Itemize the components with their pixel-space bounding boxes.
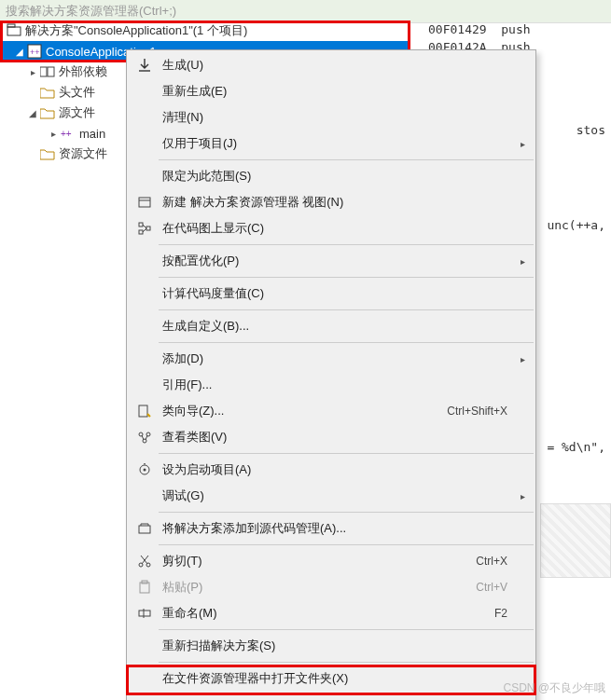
menu-separator [159, 309, 534, 310]
menu-separator [159, 544, 534, 545]
menu-label: 查看类图(V) [157, 429, 515, 446]
menu-shortcut: Ctrl+V [476, 581, 515, 594]
menu-open-folder[interactable]: 在文件资源管理器中打开文件夹(X) [127, 666, 535, 692]
menu-separator [159, 694, 534, 695]
watermark: CSDN @不良少年哦 [503, 680, 605, 696]
menu-metrics[interactable]: 计算代码度量值(C) [127, 281, 535, 307]
cpp-file-icon: ++ [60, 126, 76, 141]
menu-shortcut: F2 [494, 607, 515, 620]
menu-add[interactable]: 添加(D) ▸ [127, 346, 535, 372]
svg-rect-18 [139, 526, 150, 533]
expand-arrow-icon[interactable]: ◢ [26, 108, 39, 118]
startup-icon [132, 462, 157, 477]
tree-label: 源文件 [59, 104, 95, 121]
menu-rename[interactable]: 重命名(M) F2 [127, 600, 535, 626]
svg-text:++: ++ [30, 48, 40, 57]
tree-label: 资源文件 [59, 145, 107, 162]
menu-label: 清理(N) [157, 109, 515, 126]
menu-label: 将解决方案添加到源代码管理(A)... [157, 520, 515, 537]
submenu-arrow-icon: ▸ [515, 491, 530, 501]
menu-label: 重新扫描解决方案(S) [157, 638, 515, 654]
menu-separator [159, 453, 534, 454]
menu-label: 计算代码度量值(C) [157, 285, 515, 302]
menu-separator [159, 512, 534, 513]
menu-build[interactable]: 生成(U) [127, 52, 535, 78]
menu-label: 仅用于项目(J) [157, 135, 515, 152]
menu-shortcut: Ctrl+Shift+X [447, 405, 515, 418]
svg-rect-5 [48, 67, 54, 76]
menu-references[interactable]: 引用(F)... [127, 372, 535, 398]
menu-project-only[interactable]: 仅用于项目(J) ▸ [127, 130, 535, 157]
menu-class-wizard[interactable]: 类向导(Z)... Ctrl+Shift+X [127, 398, 535, 424]
svg-rect-9 [139, 223, 143, 226]
menu-startup[interactable]: 设为启动项目(A) [127, 457, 535, 483]
folder-icon [39, 146, 56, 161]
folder-icon [39, 85, 56, 100]
menu-label: 引用(F)... [157, 377, 515, 393]
menu-separator [159, 277, 534, 278]
menu-separator [159, 629, 534, 630]
menu-scope[interactable]: 限定为此范围(S) [127, 163, 535, 189]
svg-rect-11 [146, 226, 150, 230]
new-view-icon [132, 195, 157, 210]
menu-label: 添加(D) [157, 350, 515, 367]
class-wizard-icon [132, 404, 157, 419]
svg-text:++: ++ [61, 129, 72, 139]
code-map-icon [132, 221, 157, 236]
menu-label: 调试(G) [157, 487, 515, 504]
menu-separator [159, 662, 534, 663]
menu-cut[interactable]: 剪切(T) Ctrl+X [127, 548, 535, 574]
cut-icon [132, 554, 157, 569]
menu-shortcut: Ctrl+X [476, 555, 515, 568]
menu-label: 生成(U) [157, 57, 515, 74]
menu-label: 在文件资源管理器中打开文件夹(X) [157, 670, 515, 687]
menu-label: 粘贴(P) [157, 579, 476, 596]
svg-rect-23 [139, 611, 150, 616]
code-fragment: stos [576, 123, 605, 137]
menu-code-map[interactable]: 在代码图上显示(C) [127, 215, 535, 241]
menu-build-custom[interactable]: 生成自定义(B)... [127, 313, 535, 339]
menu-label: 限定为此范围(S) [157, 168, 515, 185]
submenu-arrow-icon: ▸ [515, 139, 530, 149]
menu-rebuild[interactable]: 重新生成(E) [127, 78, 535, 104]
menu-separator [159, 159, 534, 160]
menu-debug[interactable]: 调试(G) ▸ [127, 483, 535, 509]
menu-label: 新建 解决方案资源管理器 视图(N) [157, 194, 515, 211]
svg-rect-21 [140, 583, 149, 593]
tree-solution-node[interactable]: 解决方案"ConsoleApplication1"(1 个项目) [0, 21, 410, 41]
menu-label: 重命名(M) [157, 605, 494, 622]
menu-label: 设为启动项目(A) [157, 461, 515, 478]
submenu-arrow-icon: ▸ [515, 256, 530, 267]
cpp-project-icon: ++ [26, 44, 43, 59]
tree-label: 外部依赖 [59, 63, 107, 80]
svg-rect-1 [7, 24, 15, 27]
code-fragment: unc(++a, [547, 218, 605, 232]
solution-icon [6, 23, 22, 38]
menu-label: 类向导(Z)... [157, 403, 447, 419]
menu-class-view[interactable]: 查看类图(V) [127, 424, 535, 450]
submenu-arrow-icon: ▸ [515, 354, 530, 364]
expand-arrow-icon[interactable]: ▸ [26, 67, 39, 77]
menu-profile[interactable]: 按配置优化(P) ▸ [127, 248, 535, 274]
svg-rect-12 [139, 405, 147, 417]
paste-icon [132, 580, 157, 595]
build-icon [132, 58, 157, 73]
svg-rect-10 [139, 230, 143, 234]
menu-label: 生成自定义(B)... [157, 318, 515, 335]
expand-arrow-icon[interactable]: ▸ [47, 129, 60, 139]
menu-new-view[interactable]: 新建 解决方案资源管理器 视图(N) [127, 189, 535, 215]
folder-open-icon [39, 105, 56, 120]
svg-rect-0 [7, 27, 21, 35]
tree-label: 解决方案"ConsoleApplication1"(1 个项目) [25, 22, 247, 39]
menu-rescan[interactable]: 重新扫描解决方案(S) [127, 633, 535, 659]
menu-separator [159, 342, 534, 343]
expand-arrow-icon[interactable]: ◢ [13, 47, 26, 57]
references-icon [39, 64, 56, 79]
menu-clean[interactable]: 清理(N) [127, 104, 535, 130]
menu-separator [159, 244, 534, 245]
svg-rect-7 [139, 198, 150, 207]
menu-source-control[interactable]: 将解决方案添加到源代码管理(A)... [127, 515, 535, 542]
tree-label: main [79, 127, 105, 141]
rename-icon [132, 606, 157, 621]
source-control-icon [132, 521, 157, 536]
